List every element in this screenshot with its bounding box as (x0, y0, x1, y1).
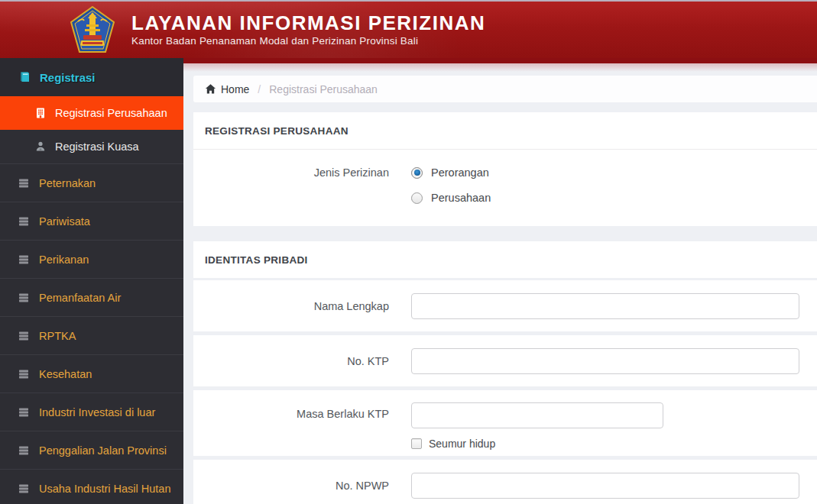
radio-option-perorangan[interactable]: Perorangan (411, 166, 491, 179)
no-npwp-label: No. NPWP (193, 480, 389, 492)
seumur-hidup-label: Seumur hidup (429, 438, 495, 450)
app-header: LAYANAN INFORMASI PERIZINAN Kantor Badan… (0, 0, 817, 58)
list-bars-icon (18, 254, 30, 266)
sidebar-item-label: Registrasi Kuasa (55, 141, 139, 153)
no-ktp-label: No. KTP (193, 355, 389, 367)
seumur-hidup-checkbox[interactable] (411, 438, 422, 449)
radio-perorangan[interactable] (411, 167, 423, 179)
sidebar-nav: Registrasi Registrasi Perusahaan (0, 58, 183, 504)
radio-perusahaan-label: Perusahaan (431, 192, 491, 204)
sidebar-item-label: Peternakan (39, 177, 96, 189)
radio-option-perusahaan[interactable]: Perusahaan (411, 192, 491, 204)
radio-perusahaan[interactable] (411, 192, 423, 204)
sidebar-item-label: Kesehatan (39, 368, 92, 380)
list-bars-icon (18, 292, 30, 304)
sidebar-item-registrasi-perusahaan[interactable]: Registrasi Perusahaan (0, 96, 183, 130)
list-bars-icon (18, 444, 30, 457)
no-npwp-input[interactable] (411, 473, 799, 499)
bali-coat-of-arms-logo (70, 6, 115, 53)
masa-berlaku-ktp-label: Masa Berlaku KTP (193, 408, 389, 420)
header-fade (183, 63, 817, 73)
app-subtitle: Kantor Badan Penanaman Modal dan Perizin… (131, 35, 485, 47)
sidebar-item-label: Perikanan (39, 254, 89, 266)
nama-lengkap-label: Nama Lengkap (193, 300, 389, 312)
sidebar-item-label: Penggalian Jalan Provinsi (39, 444, 167, 457)
no-npwp-row: No. NPWP (193, 460, 817, 504)
breadcrumb-separator: / (258, 83, 261, 95)
seumur-hidup-option[interactable]: Seumur hidup (411, 438, 663, 450)
sidebar-item-label: Pemanfaatan Air (39, 292, 121, 304)
sidebar-item-label: Pariwisata (39, 215, 90, 228)
registrasi-perusahaan-panel: REGISTRASI PERUSAHAAN Jenis Perizinan Pe… (193, 112, 817, 226)
list-bars-icon (18, 177, 30, 189)
sidebar-item-registrasi-kuasa[interactable]: Registrasi Kuasa (0, 130, 183, 163)
home-icon (205, 83, 216, 95)
list-bars-icon (18, 406, 30, 418)
sidebar-item-rptka[interactable]: RPTKA (0, 316, 183, 354)
sidebar-item-label: RPTKA (39, 330, 76, 342)
sidebar-item-perikanan[interactable]: Perikanan (0, 240, 183, 278)
panel-title: REGISTRASI PERUSAHAAN (193, 112, 817, 150)
sidebar-item-penggalian-jalan[interactable]: Penggalian Jalan Provinsi (0, 431, 183, 469)
breadcrumb-home-label: Home (221, 83, 249, 95)
sidebar-item-industri-investasi[interactable]: Industri Investasi di luar (0, 393, 183, 431)
list-bars-icon (18, 483, 30, 495)
masa-berlaku-ktp-input[interactable] (411, 402, 663, 428)
masa-berlaku-ktp-row: Masa Berlaku KTP Seumur hidup (193, 390, 817, 456)
breadcrumb-current: Registrasi Perusahaan (269, 83, 378, 95)
building-icon (34, 107, 47, 119)
book-icon (18, 71, 31, 83)
sidebar-item-label: Industri Investasi di luar (39, 406, 155, 418)
header-bottom-strip (183, 58, 817, 63)
list-bars-icon (18, 368, 30, 380)
sidebar-item-kesehatan[interactable]: Kesehatan (0, 354, 183, 393)
jenis-perizinan-label: Jenis Perizinan (193, 166, 389, 204)
sidebar-item-usaha-industri-hasil-hutan[interactable]: Usaha Industri Hasil Hutan (0, 469, 183, 504)
list-bars-icon (18, 215, 30, 228)
jenis-perizinan-row: Jenis Perizinan Perorangan Perusahaan (193, 150, 817, 226)
sidebar-item-pemanfaatan-air[interactable]: Pemanfaatan Air (0, 278, 183, 316)
sidebar-item-label: Registrasi Perusahaan (55, 107, 167, 119)
person-icon (34, 141, 47, 153)
identitas-pribadi-header: IDENTITAS PRIBADI (193, 241, 817, 278)
breadcrumb: Home / Registrasi Perusahaan (193, 76, 817, 102)
sidebar-item-peternakan[interactable]: Peternakan (0, 163, 183, 202)
nama-lengkap-row: Nama Lengkap (193, 280, 817, 331)
sidebar-item-label: Usaha Industri Hasil Hutan (39, 483, 170, 495)
app-title: LAYANAN INFORMASI PERIZINAN (131, 13, 485, 34)
main-content: Home / Registrasi Perusahaan REGISTRASI … (183, 58, 817, 504)
nama-lengkap-input[interactable] (411, 293, 799, 319)
no-ktp-input[interactable] (411, 348, 799, 374)
sidebar-item-label: Registrasi (40, 71, 96, 84)
radio-perorangan-label: Perorangan (431, 166, 489, 179)
sidebar-item-registrasi[interactable]: Registrasi (0, 58, 183, 96)
panel-title: IDENTITAS PRIBADI (193, 241, 817, 278)
breadcrumb-home-link[interactable]: Home (205, 83, 249, 95)
sidebar-item-pariwisata[interactable]: Pariwisata (0, 202, 183, 240)
list-bars-icon (18, 330, 30, 342)
no-ktp-row: No. KTP (193, 335, 817, 386)
